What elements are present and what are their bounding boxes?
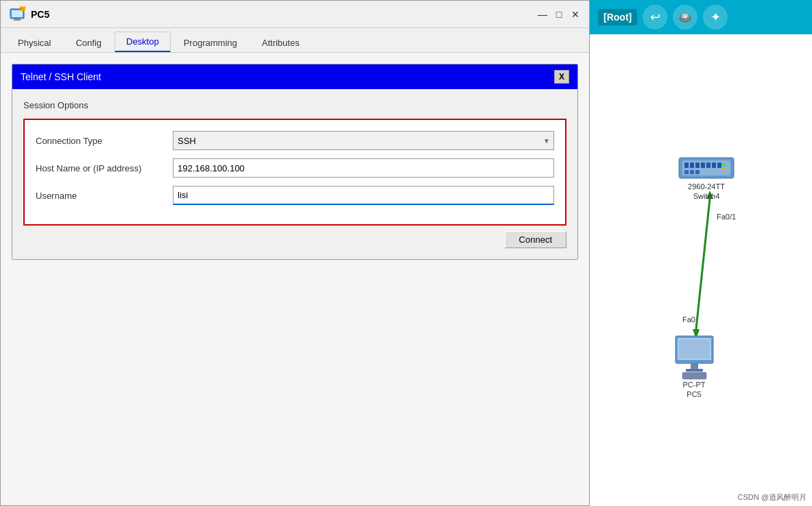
ssh-dialog-title: Telnet / SSH Client (21, 71, 102, 82)
svg-rect-17 (706, 162, 710, 168)
back-button[interactable]: ↩ (643, 5, 667, 29)
svg-rect-30 (691, 363, 698, 369)
svg-rect-16 (701, 162, 705, 168)
move-button[interactable]: ✦ (703, 5, 728, 29)
tab-bar: Physical Config Desktop Programming Attr… (1, 28, 589, 53)
hostname-input[interactable] (173, 158, 554, 178)
minimize-button[interactable]: — (537, 9, 548, 20)
svg-rect-32 (682, 372, 706, 379)
close-window-button[interactable]: ✕ (570, 9, 581, 20)
connection-type-select-wrapper: SSH Telnet ▼ (173, 131, 554, 150)
root-label: [Root] (598, 9, 637, 25)
svg-rect-15 (695, 162, 700, 168)
svg-text:PC-PT: PC-PT (683, 381, 706, 389)
svg-rect-13 (684, 162, 689, 168)
svg-point-24 (722, 167, 725, 170)
network-svg: 2960-24TT Switch4 Fa0/1 Fa0 PC-PT P (590, 34, 812, 506)
svg-rect-20 (684, 170, 689, 174)
title-bar: PC PC5 — □ ✕ (1, 1, 589, 28)
right-panel-header: [Root] ↩ + ✦ (590, 0, 812, 34)
network-diagram: 2960-24TT Switch4 Fa0/1 Fa0 PC-PT P (590, 34, 812, 506)
ssh-dialog-close-button[interactable]: X (554, 70, 569, 84)
hostname-label: Host Name or (IP address) (36, 163, 173, 173)
connect-row: Connect (23, 231, 566, 248)
svg-text:2960-24TT: 2960-24TT (688, 182, 725, 191)
svg-rect-31 (686, 369, 703, 372)
connection-type-label: Connection Type (36, 136, 173, 146)
svg-rect-29 (679, 339, 710, 359)
pc5-window: PC PC5 — □ ✕ Physical Config Desktop Pro… (0, 0, 590, 506)
tab-programming[interactable]: Programming (172, 33, 249, 52)
tab-physical[interactable]: Physical (6, 33, 62, 52)
svg-text:PC: PC (21, 6, 25, 10)
username-row: Username (36, 186, 554, 205)
add-cloud-button[interactable]: + (673, 5, 697, 29)
username-label: Username (36, 191, 173, 201)
fa01-label: Fa0/1 (717, 213, 736, 221)
svg-text:+: + (684, 14, 687, 21)
window-controls: — □ ✕ (537, 9, 581, 20)
watermark: CSDN @逍风醉明月 (738, 492, 807, 503)
window-title: PC5 (31, 9, 49, 20)
tab-attributes[interactable]: Attributes (250, 33, 311, 52)
fa0-label: Fa0 (682, 315, 695, 324)
main-content: Telnet / SSH Client X Session Options Co… (1, 53, 589, 505)
connection-type-row: Connection Type SSH Telnet ▼ (36, 131, 554, 150)
ssh-dialog: Telnet / SSH Client X Session Options Co… (12, 64, 578, 260)
connection-type-select[interactable]: SSH Telnet (173, 131, 554, 150)
svg-rect-3 (13, 20, 21, 21)
connect-button[interactable]: Connect (505, 231, 566, 248)
svg-rect-22 (695, 170, 700, 174)
maximize-button[interactable]: □ (553, 9, 564, 20)
tab-config[interactable]: Config (64, 33, 113, 52)
tab-desktop[interactable]: Desktop (115, 32, 171, 52)
ssh-dialog-header: Telnet / SSH Client X (12, 64, 577, 89)
svg-text:Switch4: Switch4 (693, 192, 720, 200)
title-bar-left: PC PC5 (9, 6, 49, 23)
svg-rect-14 (690, 162, 694, 168)
session-options-label: Session Options (23, 100, 566, 110)
username-input[interactable] (173, 186, 554, 205)
svg-rect-1 (12, 10, 23, 17)
svg-rect-18 (712, 162, 716, 168)
ssh-dialog-body: Session Options Connection Type SSH Teln… (12, 89, 577, 259)
hostname-row: Host Name or (IP address) (36, 158, 554, 178)
session-options-box: Connection Type SSH Telnet ▼ Host Name o… (23, 119, 566, 226)
app-icon: PC (9, 6, 25, 23)
svg-rect-21 (690, 170, 694, 174)
pc-device-group: PC-PT PC5 (676, 336, 713, 398)
svg-rect-2 (14, 19, 20, 20)
svg-text:PC5: PC5 (686, 390, 701, 398)
switch-device-group: 2960-24TT Switch4 (679, 158, 734, 200)
connection-line-1 (696, 199, 710, 329)
right-panel: [Root] ↩ + ✦ (590, 0, 812, 506)
svg-rect-19 (717, 162, 721, 168)
svg-point-23 (722, 163, 725, 166)
